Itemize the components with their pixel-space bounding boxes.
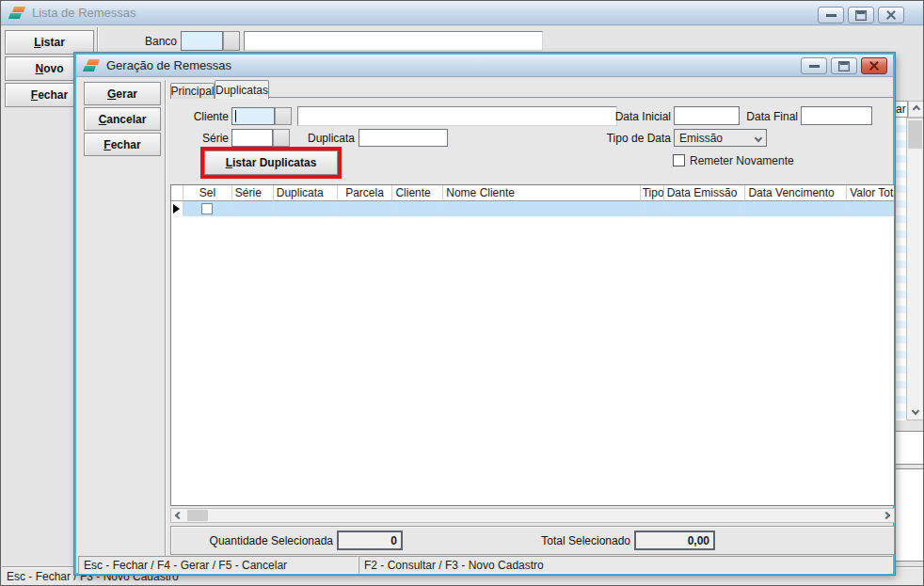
statusbar-right-panel: F2 - Consultar / F3 - Novo Cadastro [358,556,893,574]
main-scroll-up-button[interactable] [908,101,924,118]
row-data-vencimento-cell[interactable] [745,201,847,216]
dialog-sidebar-separator [165,80,167,571]
total-selecionado-value: 0,00 [634,531,715,550]
dialog-window: Geração de Remessas Gerar Cancelar Fecha… [74,53,895,575]
serie-lookup-button[interactable] [273,129,290,147]
row-serie-cell[interactable] [232,201,274,216]
row-sel-checkbox[interactable] [201,203,213,214]
grid-header-parcela[interactable]: Parcela [338,185,393,201]
chevron-left-icon [175,512,183,519]
grid-header-sel[interactable]: Sel [183,185,232,201]
cliente-code-wrap [231,107,275,125]
main-window-title: Lista de Remessas [32,6,136,20]
tab-strip [170,80,895,98]
dialog-restore-button[interactable] [831,57,857,74]
row-duplicata-cell[interactable] [274,201,338,216]
data-inicial-wrap [674,106,740,125]
duplicata-input[interactable] [358,129,448,147]
dialog-titlebar[interactable]: Geração de Remessas [76,55,893,77]
row-valor-total-cell[interactable] [847,201,894,216]
main-grid-clipped-header: ar [895,101,908,118]
chevron-right-icon [883,512,890,519]
data-inicial-label: Data Inicial [598,107,671,125]
data-inicial-input[interactable] [674,106,740,125]
serie-input[interactable] [231,129,273,147]
serie-wrap [231,129,273,147]
grid-header-cliente[interactable]: Cliente [392,185,443,201]
quantidade-value-text: 0 [390,534,397,547]
main-titlebar[interactable]: Lista de Remessas [1,1,923,25]
listar-duplicatas-label: Listar Duplicatas [226,156,317,169]
row-parcela-cell[interactable] [338,201,393,216]
duplicata-wrap [358,129,448,147]
total-value-text: 0,00 [688,534,709,547]
quantidade-selecionada-value: 0 [337,531,403,550]
scroll-left-button[interactable] [171,509,186,522]
grid-header-tipo[interactable]: Tipo [641,185,664,201]
row-nome-cliente-cell[interactable] [443,201,640,216]
grid-horizontal-scrollbar[interactable] [170,508,895,523]
main-minimize-button[interactable] [818,7,844,24]
dialog-fechar-button[interactable]: Fechar [84,133,161,156]
cancelar-button[interactable]: Cancelar [84,107,161,131]
main-vertical-scrollbar[interactable] [906,118,924,420]
tab-duplicatas[interactable]: Duplicatas [215,80,269,99]
data-final-input[interactable] [801,106,872,125]
banco-label: Banco [104,32,177,51]
grid-header-data-vencimento[interactable]: Data Vencimento [745,185,847,201]
dialog-minimize-button[interactable] [801,57,827,74]
banco-code-input[interactable] [181,31,223,51]
grid-header-data-emissao[interactable]: Data Emissão [664,185,746,201]
row-indicator-cell [171,201,183,216]
grid-header-serie[interactable]: Série [232,185,274,201]
dialog-close-button[interactable] [861,57,887,74]
red-highlight-box: Listar Duplicatas [200,147,342,179]
scroll-right-button[interactable] [879,509,894,522]
main-scroll-thumb[interactable] [908,120,922,149]
row-cliente-cell[interactable] [392,201,443,216]
duplicatas-grid[interactable]: Sel Série Duplicata Parcela Cliente Nome… [170,184,895,506]
app-logo-icon [9,7,25,20]
main-restore-button[interactable] [848,7,874,24]
gerar-label: Gerar [107,87,137,101]
duplicata-label: Duplicata [293,129,355,147]
listar-duplicatas-button[interactable]: Listar Duplicatas [204,150,338,175]
row-sel-cell[interactable] [183,201,232,216]
main-novo-label: Novo [35,62,63,75]
hscroll-thumb[interactable] [187,510,208,521]
tab-principal[interactable]: Principal [170,83,215,99]
banco-code-input-wrap [181,31,223,51]
serie-label: Série [166,129,229,147]
cliente-label: Cliente [166,107,229,125]
screen: Lista de Remessas Listar Novo Fechar Ban… [0,0,924,586]
statusbar-left-text: Esc - Fechar / F4 - Gerar / F5 - Cancela… [84,559,287,572]
quantidade-selecionada-label: Quantidade Selecionada [199,532,333,549]
row-data-emissao-cell[interactable] [664,201,746,216]
banco-lookup-button[interactable] [223,31,240,51]
main-close-button[interactable] [878,7,904,24]
remeter-novamente-checkbox[interactable] [673,154,685,166]
tipo-de-data-value: Emissão [679,132,723,145]
gerar-button[interactable]: Gerar [84,82,161,105]
main-listar-button[interactable]: Listar [5,30,94,55]
main-fechar-label: Fechar [31,88,68,102]
grid-header-valor-total[interactable]: Valor Tota [847,185,894,201]
main-listar-label: Listar [34,36,65,49]
text-caret [235,110,236,122]
chevron-down-icon [911,406,918,414]
grid-header-duplicata[interactable]: Duplicata [274,185,338,201]
main-scroll-down-button[interactable] [907,403,923,419]
dialog-title: Geração de Remessas [106,58,231,72]
grid-header-nome-cliente[interactable]: Nome Cliente [443,185,640,201]
cliente-name-field [297,106,617,126]
cliente-code-input[interactable] [231,107,275,125]
grid-selected-row[interactable] [171,201,894,216]
banco-name-field [244,31,543,51]
tipo-de-data-select[interactable]: Emissão [674,129,767,147]
row-tipo-cell[interactable] [641,201,664,216]
chevron-up-icon [912,105,919,113]
cliente-lookup-button[interactable] [275,107,292,125]
close-icon [885,9,897,21]
remeter-novamente-label: Remeter Novamente [690,154,794,167]
statusbar-right-text: F2 - Consultar / F3 - Novo Cadastro [364,559,544,572]
